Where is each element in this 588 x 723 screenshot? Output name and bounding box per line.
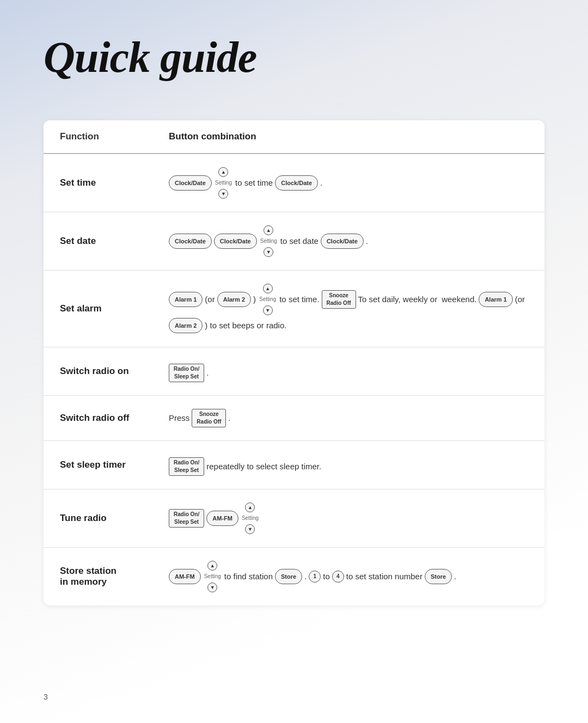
arrow-up-icon-5[interactable]: ▲	[207, 561, 217, 571]
paren-close-2: ) to set beeps or radio.	[205, 317, 286, 334]
table-row: Store stationin memory AM-FM ▲ Setting ▼…	[44, 548, 544, 606]
button-combination: Radio On/Sleep Set .	[152, 347, 544, 396]
clock-date-btn-2[interactable]: Clock/Date	[275, 175, 318, 191]
period-label-6: .	[454, 568, 456, 585]
table-row: Switch radio on Radio On/Sleep Set .	[44, 347, 544, 396]
to-set-time-label: to set time	[235, 175, 273, 191]
function-label: Set time	[44, 154, 152, 212]
arrow-up-icon[interactable]: ▲	[218, 167, 228, 177]
table-row: Set date Clock/Date Clock/Date ▲ Setting…	[44, 212, 544, 271]
function-label: Set alarm	[44, 271, 152, 347]
arrow-down-icon-4[interactable]: ▼	[245, 524, 255, 534]
clock-date-btn-4[interactable]: Clock/Date	[214, 234, 257, 249]
button-combination: Press SnoozeRadio Off .	[152, 396, 544, 441]
period-label-3: .	[206, 365, 209, 381]
alarm2-btn-2[interactable]: Alarm 2	[169, 318, 203, 333]
alarm1-btn-1[interactable]: Alarm 1	[169, 292, 203, 307]
to-set-time-label-2: to set time.	[279, 291, 319, 308]
num4-btn[interactable]: 4	[332, 571, 344, 583]
clock-date-btn-1[interactable]: Clock/Date	[169, 175, 212, 191]
period-label-4: .	[228, 410, 230, 426]
radio-on-sleep-set-btn-1[interactable]: Radio On/Sleep Set	[169, 364, 204, 382]
period-label: .	[320, 175, 322, 191]
clock-date-btn-3[interactable]: Clock/Date	[169, 234, 212, 249]
period-label-5: .	[304, 568, 307, 585]
to-set-station-label: to set station number	[346, 568, 422, 585]
arrow-down-icon-2[interactable]: ▼	[264, 247, 273, 257]
table-header-row: Function Button combination	[44, 120, 544, 154]
button-combination: AM-FM ▲ Setting ▼ to find station Store …	[152, 548, 544, 606]
press-label: Press	[169, 410, 189, 426]
alarm2-btn-1[interactable]: Alarm 2	[217, 292, 251, 307]
paren-close-1: )	[253, 291, 256, 308]
col1-header: Function	[44, 120, 152, 154]
table-row: Set sleep timer Radio On/Sleep Set repea…	[44, 441, 544, 489]
period-label-2: .	[366, 233, 368, 249]
function-label: Store stationin memory	[44, 548, 152, 606]
table-row: Set alarm Alarm 1 (or Alarm 2 ) ▲ Settin…	[44, 271, 544, 347]
to-find-station-label: to find station	[224, 568, 273, 585]
to-set-daily-label: To set daily, weekly or	[358, 291, 438, 308]
button-combination: Radio On/Sleep Set AM-FM ▲ Setting ▼	[152, 489, 544, 548]
store-btn-1[interactable]: Store	[275, 569, 302, 584]
alarm1-btn-2[interactable]: Alarm 1	[479, 292, 512, 307]
radio-on-sleep-set-btn-2[interactable]: Radio On/Sleep Set	[169, 457, 204, 476]
button-combination: Radio On/Sleep Set repeatedly to select …	[152, 441, 544, 489]
snooze-radio-off-btn-2[interactable]: SnoozeRadio Off	[192, 409, 226, 427]
function-label: Set sleep timer	[44, 441, 152, 489]
or-label-1: (or	[205, 291, 215, 308]
button-combination: Clock/Date ▲ Setting ▼ to set time Clock…	[152, 154, 544, 212]
button-combination: Alarm 1 (or Alarm 2 ) ▲ Setting ▼ to set…	[152, 271, 544, 347]
function-label: Set date	[44, 212, 152, 271]
arrow-up-icon-3[interactable]: ▲	[263, 284, 273, 293]
page-title: Quick guide	[44, 33, 544, 82]
to-label: to	[323, 568, 330, 585]
page-number: 3	[44, 693, 48, 701]
am-fm-btn-1[interactable]: AM-FM	[206, 511, 238, 526]
up-down-setting-5: ▲ Setting ▼	[204, 561, 221, 592]
arrow-up-icon-2[interactable]: ▲	[264, 225, 273, 235]
arrow-down-icon-3[interactable]: ▼	[263, 305, 273, 315]
up-down-setting-1: ▲ Setting ▼	[215, 167, 232, 199]
button-combination: Clock/Date Clock/Date ▲ Setting ▼ to set…	[152, 212, 544, 271]
snooze-radio-off-btn-1[interactable]: SnoozeRadio Off	[322, 290, 356, 309]
am-fm-btn-2[interactable]: AM-FM	[169, 569, 201, 584]
arrow-down-icon[interactable]: ▼	[218, 189, 228, 199]
weekend-label: weekend.	[442, 291, 476, 308]
col2-header: Button combination	[152, 120, 544, 154]
arrow-down-icon-5[interactable]: ▼	[207, 583, 217, 592]
up-down-setting-2: ▲ Setting ▼	[260, 225, 277, 257]
table-row: Switch radio off Press SnoozeRadio Off .	[44, 396, 544, 441]
or-label-2: (or	[515, 291, 525, 308]
up-down-setting-3: ▲ Setting ▼	[259, 284, 276, 315]
num1-btn[interactable]: 1	[309, 571, 321, 583]
function-label: Switch radio off	[44, 396, 152, 441]
repeatedly-label: repeatedly to select sleep timer.	[206, 458, 321, 475]
clock-date-btn-5[interactable]: Clock/Date	[321, 234, 364, 249]
up-down-setting-4: ▲ Setting ▼	[242, 503, 259, 534]
arrow-up-icon-4[interactable]: ▲	[245, 503, 255, 512]
function-label: Switch radio on	[44, 347, 152, 396]
table-row: Set time Clock/Date ▲ Setting ▼ to set t…	[44, 154, 544, 212]
function-label: Tune radio	[44, 489, 152, 548]
page: Quick guide Function Button combination …	[0, 0, 588, 723]
radio-on-sleep-set-btn-3[interactable]: Radio On/Sleep Set	[169, 509, 204, 528]
store-btn-2[interactable]: Store	[425, 569, 452, 584]
table-row: Tune radio Radio On/Sleep Set AM-FM ▲ Se…	[44, 489, 544, 548]
guide-table: Function Button combination Set time Clo…	[44, 120, 544, 605]
to-set-date-label: to set date	[280, 233, 318, 249]
